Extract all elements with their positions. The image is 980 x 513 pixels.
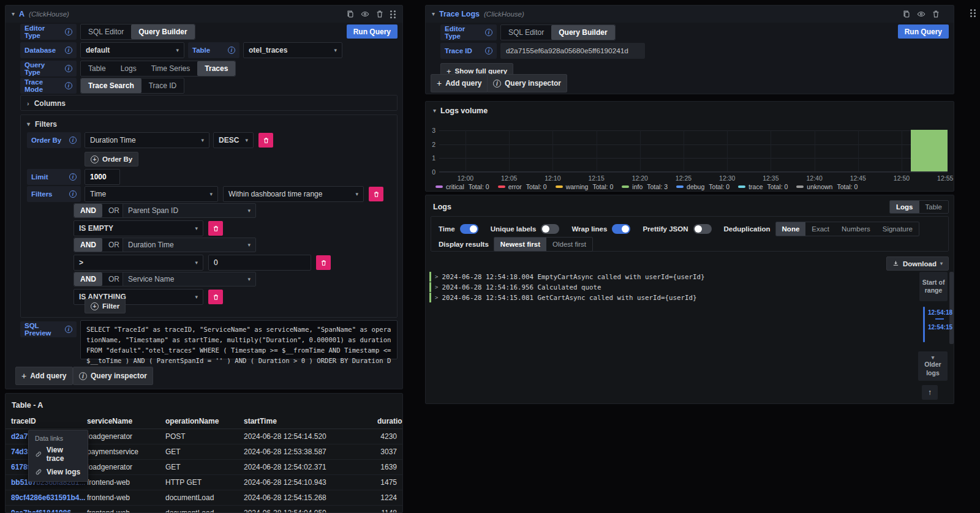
remove-filter-button[interactable]	[369, 187, 383, 201]
option-sql-editor[interactable]: SQL Editor	[81, 24, 131, 39]
condition-2-value-input[interactable]: 0	[208, 255, 311, 271]
collapse-chevron-icon[interactable]: ▾	[433, 108, 436, 114]
option-dedup-none[interactable]: None	[776, 222, 806, 236]
filters-section-header[interactable]: ▾Filters	[27, 120, 57, 129]
drag-handle-icon[interactable]	[970, 9, 976, 17]
view-logs-menu-item[interactable]: View logs	[29, 465, 88, 479]
view-trace-menu-item[interactable]: View trace	[29, 443, 88, 465]
query-ref-title[interactable]: A	[19, 10, 24, 18]
query-inspector-button[interactable]: iQuery inspector	[73, 367, 153, 385]
expand-chevron-icon[interactable]: >	[435, 274, 438, 280]
col-traceid[interactable]: traceID	[11, 417, 87, 425]
remove-condition-3-button[interactable]	[208, 290, 223, 304]
add-filter-button[interactable]: +Filter	[85, 299, 126, 313]
option-oldest-first[interactable]: Oldest first	[546, 238, 592, 251]
filter-field-select[interactable]: Time▾	[85, 186, 218, 202]
order-by-field-select[interactable]: Duration Time▾	[85, 132, 209, 148]
eye-icon[interactable]	[361, 10, 369, 18]
columns-section[interactable]: ›Columns	[20, 95, 398, 111]
legend-item[interactable]: traceTotal: 0	[738, 183, 788, 190]
trace-id-link[interactable]: 9ce7bcf61841986...	[11, 509, 87, 513]
option-dedup-exact[interactable]: Exact	[805, 222, 835, 236]
limit-input[interactable]: 1000	[85, 169, 120, 185]
run-query-button[interactable]: Run Query	[347, 24, 398, 39]
database-select[interactable]: default▾	[80, 42, 184, 58]
legend-item[interactable]: debugTotal: 0	[676, 183, 729, 190]
duplicate-icon[interactable]	[346, 10, 355, 18]
filter-operator-select[interactable]: Within dashboard time range▾	[223, 186, 364, 202]
table-select[interactable]: otel_traces▾	[243, 42, 342, 58]
option-logs[interactable]: Logs	[113, 61, 144, 76]
trace-id-input[interactable]: d2a7155ef6a928a05680e5ff6190241d	[500, 43, 645, 59]
logs-volume-title[interactable]: Logs volume	[440, 107, 488, 115]
trash-icon[interactable]	[375, 10, 384, 18]
option-and[interactable]: AND	[74, 238, 102, 252]
col-operationname[interactable]: operationName	[165, 417, 244, 425]
option-table[interactable]: Table	[81, 61, 113, 76]
option-table-view[interactable]: Table	[919, 201, 949, 213]
option-and[interactable]: AND	[74, 204, 102, 217]
scroll-to-top-button[interactable]: ↑	[922, 385, 938, 400]
col-duration[interactable]: duration	[377, 417, 403, 425]
option-dedup-signature[interactable]: Signature	[876, 222, 919, 236]
condition-3-field-select[interactable]: Service Name▾	[123, 272, 256, 286]
option-newest-first[interactable]: Newest first	[494, 238, 546, 251]
table-a-title[interactable]: Table - A	[12, 401, 43, 410]
legend-item[interactable]: warningTotal: 0	[556, 183, 614, 190]
legend-item[interactable]: criticalTotal: 0	[435, 183, 489, 190]
add-query-button[interactable]: +Add query	[15, 367, 73, 385]
trash-icon[interactable]	[932, 10, 940, 18]
option-trace-search[interactable]: Trace Search	[81, 78, 141, 93]
volume-bar[interactable]	[911, 130, 948, 171]
log-line[interactable]: >2024-06-28 12:54:18.004 EmptyCartAsync …	[429, 272, 911, 282]
duplicate-icon[interactable]	[902, 10, 911, 18]
prettify-json-toggle[interactable]	[693, 224, 712, 234]
trace-id-link[interactable]: 89cf4286e631591b4...	[11, 493, 87, 502]
option-time-series[interactable]: Time Series	[144, 61, 198, 76]
remove-condition-2-button[interactable]	[316, 255, 331, 270]
option-query-builder[interactable]: Query Builder	[131, 24, 194, 39]
condition-1-field-select[interactable]: Parent Span ID▾	[123, 203, 256, 218]
col-starttime[interactable]: startTime	[244, 417, 377, 425]
option-and[interactable]: AND	[74, 272, 102, 286]
option-dedup-numbers[interactable]: Numbers	[835, 222, 876, 236]
drag-handle-icon[interactable]	[390, 10, 396, 18]
remove-order-by-button[interactable]	[258, 133, 273, 148]
log-minimap-scrollbar[interactable]	[949, 272, 954, 344]
add-query-button[interactable]: +Add query	[431, 74, 488, 92]
log-minimap-range[interactable]	[923, 307, 925, 342]
logs-title[interactable]: Logs	[433, 203, 451, 211]
condition-2-field-select[interactable]: Duration Time▾	[123, 238, 256, 252]
run-query-button[interactable]: Run Query	[898, 24, 949, 39]
option-sql-editor[interactable]: SQL Editor	[501, 25, 551, 40]
legend-item[interactable]: unknownTotal: 0	[796, 183, 858, 190]
collapse-chevron-icon[interactable]: ▾	[432, 11, 435, 17]
download-button[interactable]: Download ▾	[886, 256, 949, 271]
log-line[interactable]: >2024-06-28 12:54:16.956 Calculated quot…	[429, 282, 911, 292]
option-logs-view[interactable]: Logs	[890, 201, 919, 213]
chevron-down-icon: ▾	[195, 226, 198, 231]
trace-logs-title[interactable]: Trace Logs	[439, 10, 480, 18]
remove-condition-1-button[interactable]	[208, 221, 223, 236]
unique-labels-toggle[interactable]	[541, 224, 559, 234]
query-inspector-button[interactable]: iQuery inspector	[487, 74, 567, 92]
wrap-lines-toggle[interactable]	[612, 224, 630, 234]
option-traces[interactable]: Traces	[197, 61, 235, 76]
logs-volume-plot[interactable]	[439, 130, 948, 172]
log-line[interactable]: >2024-06-28 12:54:15.081 GetCartAsync ca…	[429, 293, 911, 302]
legend-item[interactable]: errorTotal: 0	[498, 183, 547, 190]
option-trace-id[interactable]: Trace ID	[141, 78, 184, 93]
condition-1-operator-select[interactable]: IS EMPTY▾	[74, 220, 203, 236]
option-query-builder[interactable]: Query Builder	[551, 25, 614, 40]
eye-icon[interactable]	[917, 10, 925, 18]
collapse-chevron-icon[interactable]: ▾	[12, 11, 15, 17]
expand-chevron-icon[interactable]: >	[435, 294, 438, 301]
older-logs-button[interactable]: ▾ Older logs	[918, 351, 948, 381]
add-order-by-button[interactable]: +Order By	[85, 152, 138, 167]
expand-chevron-icon[interactable]: >	[435, 284, 438, 290]
col-servicename[interactable]: serviceName	[87, 417, 165, 425]
legend-item[interactable]: infoTotal: 3	[622, 183, 668, 190]
time-toggle[interactable]	[460, 224, 478, 234]
order-direction-select[interactable]: DESC▾	[213, 132, 254, 148]
condition-2-operator-select[interactable]: >▾	[74, 255, 203, 271]
